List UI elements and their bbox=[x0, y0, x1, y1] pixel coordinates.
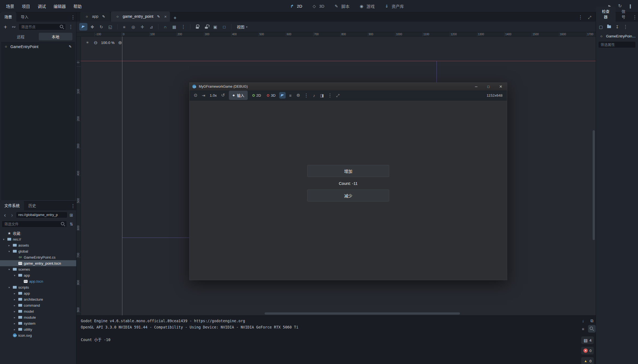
center-view-icon[interactable] bbox=[84, 39, 91, 46]
filter-properties-input[interactable] bbox=[598, 41, 636, 48]
attached-script-icon[interactable] bbox=[67, 43, 73, 50]
new-scene-tab-button[interactable]: + bbox=[171, 14, 179, 22]
icon-button[interactable] bbox=[605, 23, 613, 31]
canvas-tool-button[interactable] bbox=[120, 23, 128, 31]
filesystem-row[interactable]: ▸ utility bbox=[0, 326, 76, 332]
current-path-input[interactable] bbox=[16, 212, 67, 218]
expand-arrow-icon[interactable]: ▸ bbox=[13, 310, 17, 313]
filesystem-row[interactable]: app.tscn bbox=[0, 278, 76, 284]
expand-arrow-icon[interactable]: ▸ bbox=[13, 322, 17, 325]
inspected-node-row[interactable]: GameEntryPoint... bbox=[596, 32, 638, 40]
filesystem-row[interactable]: ▾ app bbox=[0, 272, 76, 278]
canvas-tool-button[interactable] bbox=[161, 23, 169, 31]
embed-fullscreen-icon[interactable] bbox=[335, 92, 341, 99]
filesystem-row[interactable]: ▸ app bbox=[0, 290, 76, 296]
filesystem-row[interactable]: ▸ module bbox=[0, 314, 76, 320]
game-menu-icon[interactable] bbox=[327, 92, 333, 99]
icon-button[interactable] bbox=[579, 325, 587, 333]
inspector-dock-menu-icon[interactable] bbox=[631, 14, 638, 20]
expand-arrow-icon[interactable]: ▾ bbox=[7, 268, 11, 271]
canvas-tool-button[interactable] bbox=[211, 23, 219, 31]
next-frame-icon[interactable] bbox=[200, 92, 207, 99]
dock-tab[interactable]: 文件系统 bbox=[0, 201, 24, 210]
filesystem-menu-icon[interactable] bbox=[70, 203, 76, 209]
message-count-badge[interactable]: 4 bbox=[581, 336, 594, 344]
workspace-tab[interactable]: 游戏 bbox=[355, 2, 378, 10]
filter-files-input[interactable] bbox=[2, 221, 67, 227]
dock-tab[interactable]: 信号 bbox=[616, 7, 631, 22]
filesystem-row[interactable]: ▾ scenes bbox=[0, 266, 76, 272]
dock-tab[interactable]: 检查器 bbox=[596, 7, 616, 22]
filesystem-row[interactable]: ▸ model bbox=[0, 308, 76, 314]
scene-tab[interactable]: app × bbox=[80, 11, 110, 22]
selection-list-icon[interactable] bbox=[287, 92, 294, 99]
filter-nodes-input[interactable] bbox=[19, 23, 66, 30]
canvas-tool-button[interactable] bbox=[97, 23, 105, 31]
filesystem-row[interactable]: ▸ system bbox=[0, 320, 76, 326]
dock-tab[interactable]: 场景 bbox=[0, 12, 16, 22]
message-count-badge[interactable]: 0 bbox=[581, 347, 594, 354]
menubar-menu[interactable]: 编辑器 bbox=[50, 2, 69, 10]
canvas-tool-button[interactable] bbox=[88, 23, 96, 31]
increase-button[interactable]: 增加 bbox=[307, 165, 389, 177]
close-button[interactable] bbox=[495, 83, 507, 90]
canvas-tool-button[interactable] bbox=[193, 23, 201, 31]
expand-arrow-icon[interactable]: ▸ bbox=[13, 328, 17, 331]
filesystem-row[interactable]: ▾ global bbox=[0, 248, 76, 254]
selection-options-icon[interactable] bbox=[303, 92, 309, 99]
debug-paint-icon[interactable] bbox=[319, 92, 325, 99]
expand-arrow-icon[interactable]: ▸ bbox=[7, 244, 11, 247]
icon-button[interactable] bbox=[613, 23, 621, 31]
expand-arrow-icon[interactable]: ▸ bbox=[13, 316, 17, 319]
message-count-badge[interactable]: 0 bbox=[581, 357, 594, 364]
maximize-button[interactable] bbox=[482, 83, 495, 90]
scene-tree-node[interactable]: GameEntryPoint bbox=[1, 43, 75, 50]
vertical-scrollbar[interactable] bbox=[593, 130, 595, 240]
expand-arrow-icon[interactable]: ▾ bbox=[7, 286, 11, 289]
forward-icon[interactable] bbox=[9, 212, 15, 218]
filesystem-row[interactable]: GameEntryPoint.cs bbox=[0, 254, 76, 260]
script-icon[interactable] bbox=[100, 13, 107, 20]
workspace-tab[interactable]: 3D bbox=[308, 2, 327, 10]
expand-arrow-icon[interactable]: ▾ bbox=[7, 250, 11, 253]
expand-arrow-icon[interactable]: ▾ bbox=[13, 274, 17, 277]
horizontal-scrollbar[interactable] bbox=[265, 312, 460, 315]
menubar-menu[interactable]: 调试 bbox=[34, 2, 49, 10]
zoom-in-icon[interactable] bbox=[117, 39, 123, 46]
instance-scene-icon[interactable] bbox=[10, 24, 17, 30]
dock-tab[interactable]: 历史 bbox=[24, 201, 40, 210]
mode-3d-button[interactable]: 3D bbox=[265, 92, 278, 99]
canvas-tool-button[interactable] bbox=[170, 23, 178, 31]
canvas-tool-button[interactable] bbox=[202, 23, 210, 31]
filesystem-row[interactable]: ▸ assets bbox=[0, 242, 76, 248]
menubar-menu[interactable]: 项目 bbox=[19, 2, 33, 10]
canvas-tool-button[interactable] bbox=[129, 23, 137, 31]
view-menu-button[interactable]: 视图 ▾ bbox=[234, 23, 250, 31]
expand-arrow-icon[interactable]: ▸ bbox=[13, 292, 17, 295]
minimize-button[interactable] bbox=[470, 83, 482, 90]
icon-button[interactable] bbox=[588, 317, 596, 324]
visibility-icon[interactable] bbox=[295, 92, 302, 99]
back-icon[interactable] bbox=[2, 212, 8, 218]
icon-button[interactable] bbox=[579, 317, 587, 324]
expand-arrow-icon[interactable]: ▸ bbox=[13, 304, 17, 307]
menubar-menu[interactable]: 帮助 bbox=[70, 2, 85, 10]
filesystem-row[interactable]: game_entry_point.tscn bbox=[0, 260, 76, 266]
mute-audio-icon[interactable] bbox=[311, 92, 317, 99]
zoom-out-icon[interactable] bbox=[92, 39, 99, 46]
canvas-tool-button[interactable] bbox=[79, 23, 87, 31]
icon-button[interactable] bbox=[597, 23, 605, 31]
output-log[interactable]: Godot Engine v4.6.stable.mono.official.8… bbox=[76, 316, 579, 364]
canvas-tool-button[interactable] bbox=[179, 23, 187, 31]
scene-tabs-menu-icon[interactable] bbox=[577, 14, 584, 20]
workspace-tab[interactable]: 脚本 bbox=[330, 2, 353, 10]
reset-zoom-icon[interactable] bbox=[220, 92, 226, 99]
filesystem-row[interactable]: ▸ architecture bbox=[0, 296, 76, 302]
scene-dock-menu-icon[interactable] bbox=[67, 24, 74, 30]
filesystem-row[interactable]: ▸ command bbox=[0, 302, 76, 308]
sort-files-icon[interactable] bbox=[68, 221, 75, 227]
workspace-tab[interactable]: 2D bbox=[285, 2, 305, 10]
scene-tab[interactable]: game_entry_point × bbox=[111, 11, 170, 22]
filesystem-row[interactable]: icon.svg bbox=[0, 332, 76, 338]
dock-tab[interactable]: 导入 bbox=[16, 12, 33, 22]
